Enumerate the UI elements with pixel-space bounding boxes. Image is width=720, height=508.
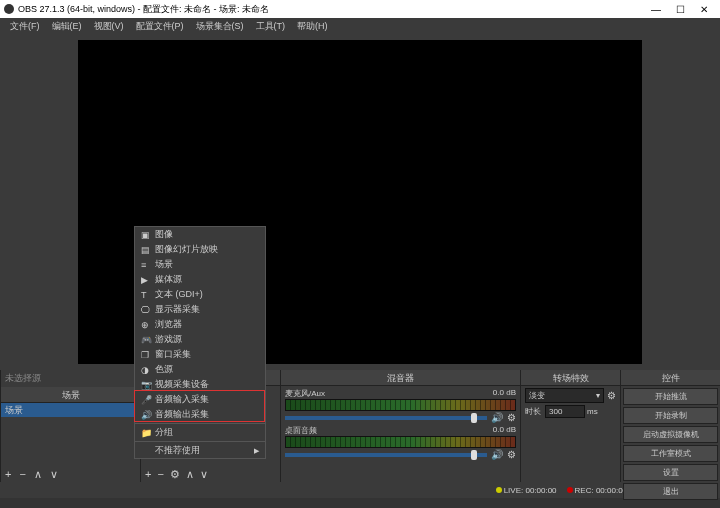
close-button[interactable]: ✕ [692,4,716,15]
mic-icon: 🎤 [141,395,155,405]
context-menu-item[interactable]: 🎤音频输入采集 [135,392,265,407]
submenu-arrow-icon: ▶ [254,447,259,455]
context-menu-item[interactable]: 📁分组 [135,425,265,440]
mixer-panel: 混音器 麦克风/Aux0.0 dB 🔊⚙桌面音频0.0 dB 🔊⚙ [280,370,520,482]
globe-icon: ⊕ [141,320,155,330]
control-button[interactable]: 设置 [623,464,718,481]
rec-status: REC: 00:00:00 [567,486,627,495]
scene-item[interactable]: 场景 [1,403,140,417]
context-menu-label: 音频输出采集 [155,408,209,421]
app-logo [4,4,14,14]
control-button[interactable]: 开始录制 [623,407,718,424]
track-name: 桌面音频 [285,425,317,436]
context-menu-item[interactable]: 不推荐使用▶ [135,443,265,458]
menu-item[interactable]: 文件(F) [4,20,46,33]
transition-select[interactable]: 淡变▾ [525,388,604,403]
source-up-button[interactable]: ∧ [186,468,194,481]
context-menu-item[interactable]: ▤图像幻灯片放映 [135,242,265,257]
context-menu-item[interactable]: ❐窗口采集 [135,347,265,362]
context-menu-label: 视频采集设备 [155,378,209,391]
mixer-header: 混音器 [281,370,520,386]
remove-source-button[interactable]: − [157,468,163,480]
transitions-header: 转场特效 [521,370,620,386]
control-button[interactable]: 启动虚拟摄像机 [623,426,718,443]
transitions-panel: 转场特效 淡变▾ ⚙ 时长 300 ms [520,370,620,482]
sources-toolbar: + − ⚙ ∧ ∨ [141,466,280,482]
duration-input[interactable]: 300 [545,405,585,418]
scenes-header: 场景 [1,387,140,403]
add-source-button[interactable]: + [145,468,151,480]
speaker-icon[interactable]: 🔊 [491,449,503,460]
volume-meter [285,399,516,411]
track-settings-icon[interactable]: ⚙ [507,449,516,460]
scenes-panel: 未选择源 场景 场景 + − ∧ ∨ [0,370,140,482]
volume-slider[interactable] [285,453,487,457]
context-menu-label: 媒体源 [155,273,182,286]
duration-unit: ms [587,407,598,416]
list-icon: ≡ [141,260,155,270]
context-menu-item[interactable]: 🔊音频输出采集 [135,407,265,422]
titlebar: OBS 27.1.3 (64-bit, windows) - 配置文件: 未命名… [0,0,720,18]
context-menu-item[interactable]: ▶媒体源 [135,272,265,287]
camera-icon: 📷 [141,380,155,390]
context-menu-label: 不推荐使用 [155,444,200,457]
maximize-button[interactable]: ☐ [668,4,692,15]
context-menu-item[interactable]: ◑色源 [135,362,265,377]
track-db: 0.0 dB [493,388,516,399]
scene-down-button[interactable]: ∨ [50,468,58,481]
menu-item[interactable]: 配置文件(P) [130,20,190,33]
menu-separator [135,441,265,442]
context-menu-label: 游戏源 [155,333,182,346]
context-menu-label: 分组 [155,426,173,439]
play-icon: ▶ [141,275,155,285]
context-menu-label: 场景 [155,258,173,271]
remove-scene-button[interactable]: − [19,468,25,480]
minimize-button[interactable]: — [644,4,668,15]
slides-icon: ▤ [141,245,155,255]
control-button[interactable]: 开始推流 [623,388,718,405]
scene-up-button[interactable]: ∧ [34,468,42,481]
transition-settings-icon[interactable]: ⚙ [607,390,616,401]
context-menu-item[interactable]: ⊕浏览器 [135,317,265,332]
context-menu-label: 图像幻灯片放映 [155,243,218,256]
live-dot-icon [496,487,502,493]
duration-label: 时长 [525,406,541,417]
context-menu-label: 图像 [155,228,173,241]
context-menu-label: 浏览器 [155,318,182,331]
context-menu-item[interactable]: 🖵显示器采集 [135,302,265,317]
context-menu-item[interactable]: ≡场景 [135,257,265,272]
palette-icon: ◑ [141,365,155,375]
live-status: LIVE: 00:00:00 [496,486,557,495]
volume-slider[interactable] [285,416,487,420]
control-button[interactable]: 工作室模式 [623,445,718,462]
speaker-icon[interactable]: 🔊 [491,412,503,423]
context-menu-label: 窗口采集 [155,348,191,361]
context-menu-item[interactable]: ▣图像 [135,227,265,242]
context-menu-item[interactable]: T文本 (GDI+) [135,287,265,302]
context-menu-item[interactable]: 🎮游戏源 [135,332,265,347]
menu-item[interactable]: 视图(V) [88,20,130,33]
add-scene-button[interactable]: + [5,468,11,480]
menu-item[interactable]: 编辑(E) [46,20,88,33]
preview-area [0,34,720,370]
speaker-icon: 🔊 [141,410,155,420]
context-menu-label: 色源 [155,363,173,376]
source-down-button[interactable]: ∨ [200,468,208,481]
context-menu-label: 音频输入采集 [155,393,209,406]
menu-item[interactable]: 工具(T) [250,20,292,33]
controls-panel: 控件 开始推流开始录制启动虚拟摄像机工作室模式设置退出 [620,370,720,482]
source-settings-button[interactable]: ⚙ [170,468,180,481]
menu-item[interactable]: 帮助(H) [291,20,334,33]
mixer-track: 桌面音频0.0 dB 🔊⚙ [285,425,516,460]
context-menu-item[interactable]: 📷视频采集设备 [135,377,265,392]
scenes-toolbar: + − ∧ ∨ [1,466,140,482]
add-source-context-menu: ▣图像▤图像幻灯片放映≡场景▶媒体源T文本 (GDI+)🖵显示器采集⊕浏览器🎮游… [134,226,266,459]
rec-dot-icon [567,487,573,493]
control-button[interactable]: 退出 [623,483,718,500]
menu-item[interactable]: 场景集合(S) [190,20,250,33]
track-settings-icon[interactable]: ⚙ [507,412,516,423]
image-icon: ▣ [141,230,155,240]
window-title: OBS 27.1.3 (64-bit, windows) - 配置文件: 未命名… [18,3,644,16]
window-icon: ❐ [141,350,155,360]
menu-separator [135,423,265,424]
